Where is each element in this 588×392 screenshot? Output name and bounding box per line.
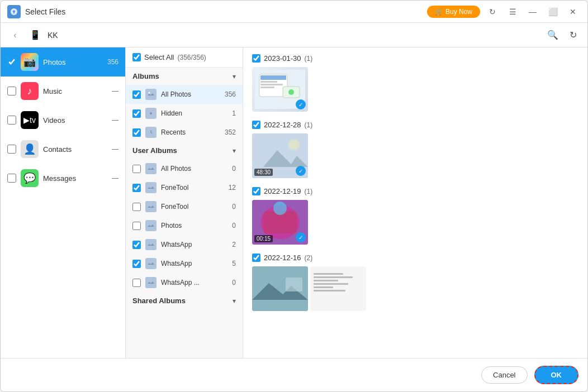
sidebar-item-videos[interactable]: ▶tv Videos — bbox=[1, 106, 125, 135]
bottom-bar: Cancel OK bbox=[1, 358, 587, 391]
albums-chevron-icon: ▾ bbox=[233, 73, 236, 80]
user-albums-chevron-icon: ▾ bbox=[233, 147, 236, 155]
photo-thumb-2[interactable]: 48:30 ✓ bbox=[252, 133, 308, 178]
shared-albums-title: Shared Albums bbox=[132, 297, 186, 305]
all-photos-name: All Photos bbox=[161, 90, 220, 98]
whatsapp2-checkbox[interactable] bbox=[132, 260, 141, 268]
sidebar: 📷 Photos 356 ♪ Music — ▶tv Videos — 👤 Co… bbox=[1, 47, 126, 358]
back-button[interactable]: ‹ bbox=[7, 27, 23, 43]
photo-thumb-4[interactable] bbox=[252, 266, 308, 311]
videos-checkbox[interactable] bbox=[7, 116, 16, 125]
photos-user-name: Photos bbox=[161, 222, 227, 230]
album-item-fonetool-1[interactable]: FoneTool 12 bbox=[126, 178, 243, 197]
whatsapp1-name: WhatsApp bbox=[161, 241, 227, 248]
photo-grid-20221228: 48:30 ✓ bbox=[252, 133, 578, 178]
recents-checkbox[interactable] bbox=[132, 128, 141, 137]
photo-thumb-5[interactable] bbox=[310, 266, 366, 311]
maximize-button[interactable]: ⬜ bbox=[545, 4, 561, 20]
user-albums-section-header[interactable]: User Albums ▾ bbox=[126, 142, 243, 159]
fonetool1-checkbox[interactable] bbox=[132, 184, 141, 192]
user-albums-title: User Albums bbox=[132, 146, 177, 155]
photos-label: Photos bbox=[43, 58, 103, 66]
album-item-photos-user[interactable]: Photos 0 bbox=[126, 216, 243, 235]
photo-duration-3: 00:15 bbox=[254, 235, 273, 242]
photo-check-3: ✓ bbox=[296, 232, 306, 242]
all-photos-checkbox[interactable] bbox=[132, 90, 141, 99]
albums-title: Albums bbox=[132, 72, 159, 80]
fonetool2-count: 0 bbox=[232, 203, 236, 211]
sidebar-item-music[interactable]: ♪ Music — bbox=[1, 77, 125, 106]
photos-user-count: 0 bbox=[232, 222, 236, 230]
messages-count: — bbox=[112, 174, 118, 182]
album-item-hidden[interactable]: Hidden 1 bbox=[126, 104, 243, 123]
date-header-20221216: 2022-12-16 (2) bbox=[252, 254, 578, 262]
date-header-20230130: 2023-01-30 (1) bbox=[252, 54, 578, 63]
search-button[interactable]: 🔍 bbox=[545, 27, 561, 43]
date-checkbox-20221228[interactable] bbox=[252, 121, 260, 129]
album-item-all-photos[interactable]: All Photos 356 bbox=[126, 85, 243, 104]
album-item-whatsapp-2[interactable]: WhatsApp 5 bbox=[126, 254, 243, 273]
rotate-button[interactable]: ↻ bbox=[485, 4, 500, 20]
svg-point-2 bbox=[149, 92, 150, 94]
user-all-photos-checkbox[interactable] bbox=[132, 165, 141, 173]
shared-albums-chevron-icon: ▾ bbox=[233, 297, 236, 305]
date-section-20221228: 2022-12-28 (1) 48:30 ✓ bbox=[252, 121, 578, 178]
date-section-20221219: 2022-12-19 (1) 00:15 ✓ bbox=[252, 187, 578, 245]
contacts-checkbox[interactable] bbox=[7, 145, 16, 154]
albums-section-header[interactable]: Albums ▾ bbox=[126, 68, 243, 85]
sidebar-item-photos[interactable]: 📷 Photos 356 bbox=[1, 47, 125, 77]
date-section-20230130: 2023-01-30 (1) bbox=[252, 54, 578, 112]
whatsapp3-checkbox[interactable] bbox=[132, 279, 141, 287]
date-count-20221216: (2) bbox=[305, 254, 313, 262]
photos-count: 356 bbox=[107, 58, 118, 66]
recents-name: Recents bbox=[161, 128, 220, 136]
svg-point-23 bbox=[288, 139, 300, 150]
sidebar-item-contacts[interactable]: 👤 Contacts — bbox=[1, 135, 125, 164]
select-all-label: Select All bbox=[144, 53, 174, 61]
menu-button[interactable]: ☰ bbox=[505, 4, 520, 20]
photos-checkbox[interactable] bbox=[7, 58, 16, 66]
photos-user-checkbox[interactable] bbox=[132, 222, 141, 230]
shared-albums-section-header[interactable]: Shared Albums ▾ bbox=[126, 292, 243, 309]
device-icon: 📱 bbox=[30, 30, 41, 40]
album-item-whatsapp-1[interactable]: WhatsApp 2 bbox=[126, 235, 243, 254]
svg-rect-17 bbox=[260, 84, 283, 85]
date-checkbox-20221216[interactable] bbox=[252, 254, 260, 262]
photo-thumb-3[interactable]: 00:15 ✓ bbox=[252, 200, 308, 245]
cancel-button[interactable]: Cancel bbox=[481, 366, 527, 384]
messages-checkbox[interactable] bbox=[7, 174, 16, 183]
photo-grid-20221216 bbox=[252, 266, 578, 311]
date-count-20221219: (1) bbox=[305, 188, 313, 195]
album-item-fonetool-2[interactable]: FoneTool 0 bbox=[126, 197, 243, 216]
select-all-checkbox[interactable] bbox=[132, 53, 141, 61]
minimize-button[interactable]: — bbox=[525, 4, 540, 20]
buy-now-button[interactable]: 🛒 Buy Now bbox=[427, 6, 480, 18]
sidebar-item-messages[interactable]: 💬 Messages — bbox=[1, 164, 125, 193]
date-label-20221219: 2022-12-19 bbox=[264, 187, 301, 195]
music-label: Music bbox=[43, 87, 107, 95]
ok-button[interactable]: OK bbox=[534, 366, 579, 384]
photo-thumb-1[interactable]: ✓ bbox=[252, 67, 308, 112]
photo-grid-20221219: 00:15 ✓ bbox=[252, 200, 578, 245]
music-checkbox[interactable] bbox=[7, 87, 16, 95]
hidden-thumb-icon bbox=[145, 108, 157, 119]
date-checkbox-20221219[interactable] bbox=[252, 187, 260, 195]
music-count: — bbox=[112, 87, 118, 95]
app-icon bbox=[7, 5, 21, 18]
whatsapp1-count: 2 bbox=[232, 241, 236, 248]
close-button[interactable]: ✕ bbox=[565, 4, 581, 20]
contacts-label: Contacts bbox=[43, 145, 107, 154]
fonetool2-checkbox[interactable] bbox=[132, 203, 141, 211]
videos-count: — bbox=[112, 116, 118, 124]
toolbar: ‹ 📱 KK 🔍 ↻ bbox=[1, 23, 587, 47]
whatsapp1-thumb bbox=[145, 239, 157, 250]
fonetool1-count: 12 bbox=[229, 184, 236, 192]
date-checkbox-20230130[interactable] bbox=[252, 54, 260, 63]
album-item-recents[interactable]: Recents 352 bbox=[126, 123, 243, 142]
refresh-button[interactable]: ↻ bbox=[565, 27, 581, 43]
whatsapp1-checkbox[interactable] bbox=[132, 241, 141, 249]
videos-label: Videos bbox=[43, 116, 107, 125]
album-item-user-all-photos[interactable]: All Photos 0 bbox=[126, 159, 243, 178]
hidden-checkbox[interactable] bbox=[132, 109, 141, 118]
album-item-whatsapp-3[interactable]: WhatsApp ... 0 bbox=[126, 273, 243, 292]
